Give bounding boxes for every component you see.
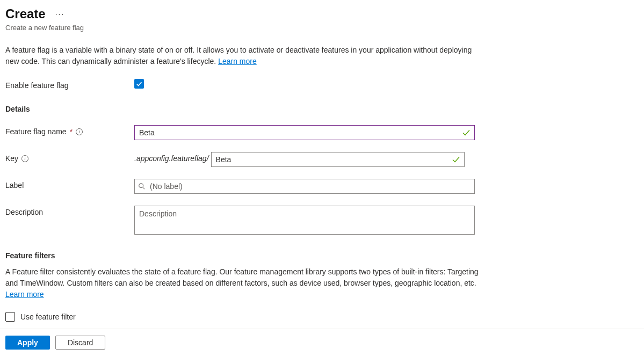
valid-check-icon bbox=[462, 128, 471, 137]
valid-check-icon bbox=[452, 155, 460, 164]
search-icon bbox=[138, 183, 146, 190]
label-field-label: Label bbox=[5, 179, 134, 190]
info-icon[interactable]: i bbox=[21, 155, 28, 162]
filters-text: A Feature filter consistently evaluates … bbox=[5, 267, 479, 287]
svg-line-1 bbox=[143, 187, 145, 190]
description-label: Description bbox=[5, 206, 134, 216]
key-prefix: .appconfig.featureflag/ bbox=[134, 152, 211, 163]
page-subtitle: Create a new feature flag bbox=[5, 24, 639, 32]
intro-paragraph: A feature flag is a variable with a bina… bbox=[5, 45, 473, 67]
info-icon[interactable]: i bbox=[76, 128, 83, 135]
learn-more-link[interactable]: Learn more bbox=[218, 57, 257, 66]
flag-name-input[interactable] bbox=[134, 125, 475, 140]
more-menu-icon[interactable]: ··· bbox=[55, 10, 65, 18]
apply-button[interactable]: Apply bbox=[5, 336, 50, 350]
key-label: Key i bbox=[5, 152, 134, 163]
required-indicator: * bbox=[70, 127, 73, 136]
flag-name-label-text: Feature flag name bbox=[5, 127, 67, 136]
discard-button[interactable]: Discard bbox=[55, 336, 105, 350]
enable-flag-label: Enable feature flag bbox=[5, 79, 134, 90]
use-filter-checkbox[interactable] bbox=[5, 312, 15, 322]
form-content: A feature flag is a variable with a bina… bbox=[0, 32, 644, 322]
svg-point-0 bbox=[139, 184, 143, 188]
key-input[interactable] bbox=[211, 152, 465, 167]
page-header: Create ··· Create a new feature flag bbox=[0, 0, 644, 32]
use-filter-label: Use feature filter bbox=[20, 313, 76, 321]
description-input[interactable] bbox=[134, 206, 475, 235]
label-input[interactable] bbox=[134, 179, 475, 194]
flag-name-label: Feature flag name * i bbox=[5, 125, 134, 136]
filters-section-title: Feature filters bbox=[5, 251, 639, 260]
check-icon bbox=[135, 80, 143, 88]
details-section-title: Details bbox=[5, 105, 639, 113]
enable-flag-checkbox[interactable] bbox=[134, 79, 144, 89]
filters-learn-more-link[interactable]: Learn more bbox=[5, 290, 44, 299]
footer-actions: Apply Discard bbox=[0, 329, 644, 356]
page-title: Create bbox=[5, 6, 46, 21]
filters-paragraph: A Feature filter consistently evaluates … bbox=[5, 266, 486, 300]
key-label-text: Key bbox=[5, 154, 18, 163]
